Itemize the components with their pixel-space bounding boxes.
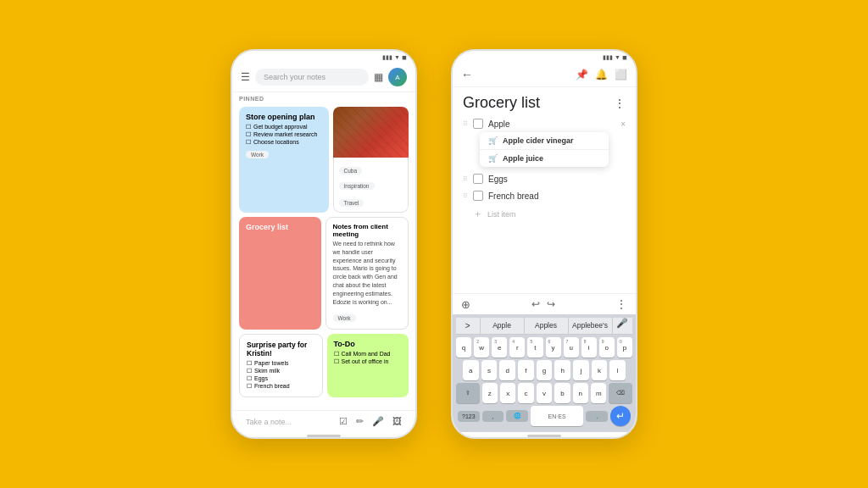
- suggestion-apples[interactable]: Apples: [525, 318, 569, 334]
- note-todo[interactable]: To-Do Call Mom and Dad Set out of office…: [327, 334, 409, 397]
- add-item-label[interactable]: List item: [487, 210, 516, 219]
- draw-icon[interactable]: ✏: [356, 416, 364, 427]
- avatar[interactable]: A: [388, 68, 407, 86]
- keyboard-arrow-btn[interactable]: >: [456, 318, 481, 334]
- grocery-item: Paper towels: [247, 360, 315, 367]
- home-indicator-2: [527, 435, 561, 437]
- check-item: Review market research: [246, 131, 322, 138]
- grocery-item-french-bread[interactable]: ⠿ French bread: [459, 187, 629, 204]
- voice-input-icon[interactable]: 🎤: [613, 318, 633, 334]
- key-y[interactable]: 6y: [546, 337, 561, 358]
- key-u[interactable]: 7u: [564, 337, 579, 358]
- menu-icon[interactable]: ☰: [241, 71, 250, 83]
- key-n[interactable]: n: [573, 383, 588, 403]
- note-title: Store opening plan: [246, 113, 322, 121]
- photo-card[interactable]: Cuba Inspiration Travel: [333, 107, 409, 213]
- phone1-header: ☰ Search your notes ▦ A: [232, 63, 415, 92]
- key-shift[interactable]: ⇧: [456, 383, 480, 403]
- note-store-plan[interactable]: Store opening plan Get budget approval R…: [239, 107, 329, 213]
- undo-icon[interactable]: ↩: [531, 298, 540, 310]
- add-icon[interactable]: ＋: [473, 208, 482, 220]
- close-icon[interactable]: ×: [620, 119, 626, 129]
- key-i[interactable]: 8i: [581, 337, 597, 358]
- battery-icon: ◼: [622, 54, 627, 61]
- key-backspace[interactable]: ⌫: [609, 383, 632, 403]
- key-h[interactable]: h: [554, 360, 570, 380]
- key-globe[interactable]: 🌐: [506, 410, 528, 422]
- take-note-placeholder[interactable]: Take a note...: [246, 418, 292, 426]
- key-l[interactable]: l: [609, 360, 626, 380]
- key-123[interactable]: ?123: [458, 411, 480, 422]
- phone2-toolbar: ⊕ ↩ ↪ ⋮: [453, 293, 636, 314]
- back-icon[interactable]: ←: [461, 68, 473, 81]
- phone2-header: ← 📌 🔔 ⬜: [453, 63, 636, 87]
- grocery-item-apple[interactable]: ⠿ Apple ×: [459, 115, 629, 132]
- autocomplete-item-juice[interactable]: 🛒 Apple juice: [480, 150, 609, 167]
- suggestions-row: > Apple Apples Applebee's 🎤: [456, 318, 632, 335]
- key-o[interactable]: 9o: [599, 337, 615, 358]
- grid-icon[interactable]: ▦: [374, 71, 383, 83]
- key-x[interactable]: x: [500, 383, 515, 403]
- cart-icon: 🛒: [488, 154, 498, 163]
- key-a[interactable]: a: [463, 360, 479, 380]
- pin-icon[interactable]: 📌: [576, 69, 588, 80]
- key-d[interactable]: d: [499, 360, 515, 380]
- mic-icon[interactable]: 🎤: [372, 416, 384, 427]
- key-e[interactable]: 3e: [492, 337, 507, 358]
- key-period[interactable]: .: [586, 411, 608, 422]
- image-icon[interactable]: 🖼: [392, 416, 402, 427]
- key-enter[interactable]: ↵: [610, 406, 631, 426]
- add-box-icon[interactable]: ⊕: [461, 298, 470, 311]
- key-s[interactable]: s: [481, 360, 498, 380]
- background: ▮▮▮ ▼ ◼ ☰ Search your notes ▦ A PINNED: [0, 0, 868, 488]
- checklist-icon[interactable]: ☑: [339, 416, 348, 427]
- key-r[interactable]: 4r: [509, 337, 525, 358]
- chip-inspiration: Inspiration: [339, 182, 375, 190]
- note-row-2: Grocery list Notes from client meeting W…: [239, 217, 409, 330]
- grocery-item-eggs[interactable]: ⠿ Eggs: [459, 170, 629, 187]
- item-text: French bread: [488, 191, 538, 201]
- key-f[interactable]: f: [518, 360, 534, 380]
- redo-icon[interactable]: ↪: [547, 298, 555, 310]
- grocery-item: French bread: [247, 383, 315, 390]
- note-title-bar: Grocery list ⋮: [453, 87, 636, 115]
- checkbox[interactable]: [473, 191, 483, 201]
- checkbox[interactable]: [473, 119, 483, 129]
- key-k[interactable]: k: [592, 360, 608, 380]
- pinned-label: PINNED: [232, 92, 415, 103]
- key-v[interactable]: v: [537, 383, 552, 403]
- key-c[interactable]: c: [518, 383, 533, 403]
- suggestion-apple[interactable]: Apple: [481, 318, 525, 334]
- search-box[interactable]: Search your notes: [255, 69, 369, 86]
- notes-area: Store opening plan Get budget approval R…: [232, 103, 415, 410]
- key-j[interactable]: j: [573, 360, 589, 380]
- key-q[interactable]: q: [456, 337, 471, 358]
- autocomplete-item-cider[interactable]: 🛒 Apple cider vinegar: [480, 132, 609, 150]
- client-note-title: Notes from client meeting: [333, 223, 402, 238]
- note-grocery[interactable]: Surprise party for Kristin! Paper towels…: [239, 334, 323, 397]
- reminder-icon[interactable]: 🔔: [595, 69, 608, 80]
- key-space[interactable]: EN·ES: [531, 406, 584, 426]
- signal-icon: ▮▮▮: [382, 54, 392, 61]
- key-comma[interactable]: ,: [482, 411, 504, 422]
- key-m[interactable]: m: [591, 383, 606, 403]
- suggestion-applebees[interactable]: Applebee's: [569, 318, 613, 334]
- key-p[interactable]: 0p: [617, 337, 632, 358]
- key-z[interactable]: z: [482, 383, 498, 403]
- archive-icon[interactable]: ⬜: [615, 69, 627, 80]
- keyboard: > Apple Apples Applebee's 🎤 q 2w 3e 4r 5…: [453, 314, 636, 432]
- key-w[interactable]: 2w: [474, 337, 489, 358]
- note-title[interactable]: Grocery list: [463, 94, 540, 112]
- key-g[interactable]: g: [537, 360, 553, 380]
- phone-2: ▮▮▮ ▼ ◼ ← 📌 🔔 ⬜ Grocery list ⋮: [451, 49, 637, 439]
- grocery-item: Eggs: [247, 375, 315, 382]
- keyboard-row-3: ⇧ z x c v b n m ⌫: [456, 383, 632, 403]
- more-icon[interactable]: ⋮: [615, 297, 627, 311]
- more-options-icon[interactable]: ⋮: [614, 97, 626, 110]
- note-party[interactable]: Grocery list: [239, 217, 321, 330]
- todo-item: Call Mom and Dad: [334, 351, 403, 358]
- key-b[interactable]: b: [554, 383, 570, 403]
- key-t[interactable]: 5t: [527, 337, 542, 358]
- checkbox[interactable]: [473, 174, 483, 184]
- note-client[interactable]: Notes from client meeting We need to ret…: [326, 217, 409, 330]
